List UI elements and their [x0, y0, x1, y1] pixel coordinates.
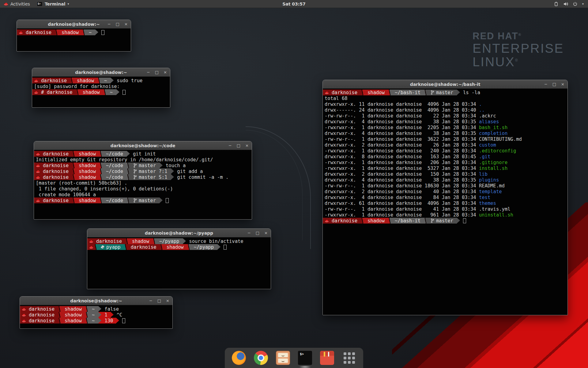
- terminal-content[interactable]: darknoiseshadow~sudo true[sudo] password…: [32, 77, 170, 107]
- window-titlebar[interactable]: darknoise@shadow:~/bash-it −□×: [323, 80, 567, 89]
- output-text: custom: [479, 142, 496, 148]
- window-titlebar[interactable]: darknoise@shadow:~ −□×: [17, 20, 131, 29]
- prompt-segment-host: shadow: [75, 174, 100, 180]
- close-button[interactable]: ×: [166, 297, 169, 305]
- segment-text: shadow: [65, 312, 82, 318]
- maximize-button[interactable]: □: [155, 68, 159, 77]
- redhat-icon: [36, 170, 40, 173]
- toolbox-icon[interactable]: [320, 351, 334, 365]
- prompt-segment-path: ~: [100, 78, 111, 83]
- close-button[interactable]: ×: [164, 68, 167, 77]
- prompt-segment-git: master: [427, 90, 457, 95]
- running-indicator: [299, 366, 311, 368]
- activities-label: Activities: [10, 2, 30, 6]
- segment-separator: [58, 318, 61, 324]
- prompt-segment-path: ~/pyapp: [156, 238, 183, 244]
- segment-separator: [58, 306, 61, 312]
- output-text: themes: [479, 201, 496, 206]
- segment-arrow: [98, 312, 101, 318]
- output-text: drwxrwxr-x. 4 darknoise darknoise 38 Jan…: [325, 119, 479, 125]
- close-button[interactable]: ×: [124, 20, 128, 29]
- git-branch-icon: [133, 163, 137, 168]
- maximize-button[interactable]: □: [552, 80, 556, 89]
- segment-arrow: [457, 90, 460, 95]
- terminal-window-sudo: darknoise@shadow:~ −□× darknoiseshadow~s…: [32, 68, 170, 108]
- minimize-button[interactable]: −: [149, 297, 153, 305]
- prompt-segment-host: shadow: [128, 238, 153, 244]
- terminal-content[interactable]: darknoiseshadow~/codegit initInitialized…: [34, 150, 252, 219]
- activities-button[interactable]: Activities: [0, 0, 34, 8]
- prompt-start: [34, 151, 41, 157]
- git-branch-icon: [431, 218, 434, 223]
- segment-text: shadow: [83, 90, 100, 95]
- files-icon[interactable]: [276, 351, 290, 365]
- dock: $>: [225, 348, 363, 368]
- maximize-button[interactable]: □: [116, 20, 119, 29]
- clock[interactable]: Sat 03:57: [0, 2, 588, 6]
- redhat-icon: [36, 199, 40, 202]
- window-title: darknoise@shadow:~/bash-it: [323, 82, 567, 87]
- window-titlebar[interactable]: darknoise@shadow:~/code −□×: [34, 141, 252, 150]
- window-title: darknoise@shadow:~/code: [34, 143, 252, 148]
- prompt-line: darknoiseshadow~/code master S:1git comm…: [34, 174, 252, 180]
- power-icon: [573, 2, 578, 6]
- close-button[interactable]: ×: [264, 229, 268, 237]
- prompt-line: darknoiseshadow~/code master ?:1git add …: [34, 168, 252, 174]
- prompt-segment-path: ~: [88, 318, 98, 324]
- window-titlebar[interactable]: darknoise@shadow:~ −□×: [32, 68, 170, 77]
- window-titlebar[interactable]: darknoise@shadow:~ −□×: [20, 297, 172, 305]
- terminal-window-exitcodes: darknoise@shadow:~ −□× darknoiseshadow~f…: [20, 296, 173, 329]
- terminal-icon[interactable]: $>: [298, 351, 312, 365]
- redhat-icon: [19, 31, 23, 34]
- output-text: .editorconfig: [479, 148, 516, 154]
- segment-separator: [98, 78, 100, 83]
- output-text: drwxrwxr-x. 8 darknoise darknoise 163 Ja…: [325, 154, 479, 159]
- output-text: README.md: [479, 183, 505, 189]
- segment-text: ~/pyapp: [159, 239, 179, 244]
- output-text: -rwxrwxr-x. 1 darknoise darknoise 961 Ja…: [325, 212, 479, 218]
- terminal-content[interactable]: darknoiseshadow~/bash-it masterls -latot…: [323, 89, 567, 315]
- prompt-segment-exit: 130: [101, 318, 116, 324]
- chrome-icon[interactable]: [254, 351, 268, 365]
- output-text: aliases: [479, 119, 499, 125]
- prompt-line: darknoiseshadow~/bash-it masterls -la: [323, 90, 567, 95]
- segment-separator: [58, 312, 61, 318]
- maximize-button[interactable]: □: [157, 297, 161, 305]
- output-text: 1 file changed, 0 insertions(+), 0 delet…: [36, 186, 173, 192]
- minimize-button[interactable]: −: [247, 229, 251, 237]
- system-status-area[interactable]: ▾: [554, 0, 588, 8]
- firefox-icon[interactable]: [232, 351, 246, 365]
- segment-text: master S:1: [139, 174, 167, 180]
- prompt-segment-host: shadow: [364, 218, 388, 224]
- terminal-output-line: -rwxrwxr-x. 1 darknoise darknoise 5327 J…: [323, 165, 567, 171]
- segment-arrow: [160, 163, 163, 168]
- terminal-cursor: [101, 30, 104, 35]
- segment-text: shadow: [368, 90, 385, 95]
- command-text: git add a: [177, 168, 203, 174]
- terminal-content[interactable]: darknoiseshadow~/pyappsource bin/activat…: [87, 237, 271, 289]
- segment-text: shadow: [77, 78, 94, 83]
- prompt-segment-path: ~: [88, 306, 98, 312]
- terminal-cursor: [224, 245, 227, 250]
- output-text: -rw-rw-r--. 1 darknoise darknoise 22 Jan…: [325, 113, 479, 119]
- segment-text: master: [436, 218, 453, 224]
- window-titlebar[interactable]: darknoise@shadow:~/pyapp −□×: [87, 229, 271, 237]
- terminal-output-line: [sudo] password for darknoise:: [32, 83, 170, 89]
- prompt-start: [20, 306, 27, 312]
- minimize-button[interactable]: −: [107, 20, 111, 29]
- minimize-button[interactable]: −: [544, 80, 548, 89]
- segment-text: ~: [104, 78, 107, 83]
- terminal-content[interactable]: darknoiseshadow~: [17, 29, 131, 51]
- minimize-button[interactable]: −: [228, 141, 232, 150]
- close-button[interactable]: ×: [245, 141, 249, 150]
- app-menu[interactable]: $> Terminal ▾: [34, 0, 72, 8]
- volume-icon: [563, 2, 568, 6]
- app-grid-icon[interactable]: [342, 351, 356, 365]
- minimize-button[interactable]: −: [147, 68, 150, 77]
- terminal-content[interactable]: darknoiseshadow~false darknoiseshadow~1^…: [20, 305, 172, 328]
- prompt-line: darknoiseshadow~: [17, 29, 131, 35]
- maximize-button[interactable]: □: [256, 229, 259, 237]
- close-button[interactable]: ×: [561, 80, 564, 89]
- maximize-button[interactable]: □: [237, 141, 240, 150]
- segment-text: shadow: [79, 151, 96, 157]
